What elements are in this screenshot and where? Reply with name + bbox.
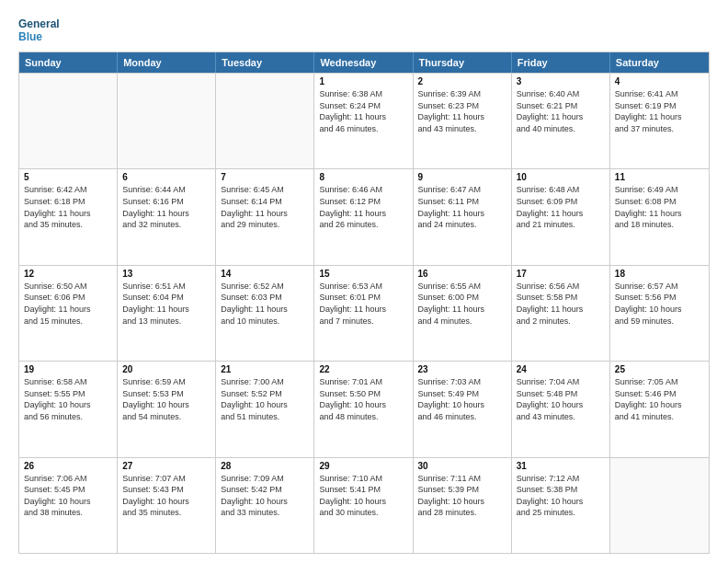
- day-number: 25: [615, 364, 704, 374]
- day-info: Sunrise: 7:00 AM Sunset: 5:52 PM Dayligh…: [221, 376, 309, 422]
- day-number: 20: [122, 364, 210, 374]
- calendar-cell: 3Sunrise: 6:40 AM Sunset: 6:21 PM Daylig…: [512, 74, 610, 168]
- calendar-cell: 28Sunrise: 7:09 AM Sunset: 5:42 PM Dayli…: [216, 458, 314, 553]
- day-info: Sunrise: 6:41 AM Sunset: 6:19 PM Dayligh…: [615, 88, 704, 134]
- day-number: 24: [517, 364, 605, 374]
- calendar-cell: 14Sunrise: 6:52 AM Sunset: 6:03 PM Dayli…: [216, 266, 314, 361]
- calendar-cell: 10Sunrise: 6:48 AM Sunset: 6:09 PM Dayli…: [512, 169, 610, 264]
- calendar-cell: [19, 74, 118, 168]
- day-info: Sunrise: 6:53 AM Sunset: 6:01 PM Dayligh…: [319, 281, 407, 327]
- calendar-cell: 27Sunrise: 7:07 AM Sunset: 5:43 PM Dayli…: [118, 458, 216, 553]
- day-number: 6: [122, 172, 210, 182]
- day-info: Sunrise: 6:46 AM Sunset: 6:12 PM Dayligh…: [319, 184, 407, 230]
- day-info: Sunrise: 6:56 AM Sunset: 5:58 PM Dayligh…: [517, 281, 605, 327]
- day-number: 4: [615, 76, 704, 86]
- calendar-cell: 16Sunrise: 6:55 AM Sunset: 6:00 PM Dayli…: [414, 266, 512, 361]
- day-info: Sunrise: 6:57 AM Sunset: 5:56 PM Dayligh…: [615, 281, 704, 327]
- day-info: Sunrise: 6:45 AM Sunset: 6:14 PM Dayligh…: [221, 184, 309, 230]
- calendar: SundayMondayTuesdayWednesdayThursdayFrid…: [18, 52, 710, 554]
- day-number: 16: [418, 269, 506, 279]
- day-info: Sunrise: 6:51 AM Sunset: 6:04 PM Dayligh…: [122, 281, 210, 327]
- calendar-cell: 17Sunrise: 6:56 AM Sunset: 5:58 PM Dayli…: [512, 266, 610, 361]
- calendar-cell: 25Sunrise: 7:05 AM Sunset: 5:46 PM Dayli…: [610, 362, 709, 456]
- day-info: Sunrise: 7:10 AM Sunset: 5:41 PM Dayligh…: [319, 473, 407, 519]
- logo: GeneralBlue: [18, 15, 66, 44]
- calendar-cell: 21Sunrise: 7:00 AM Sunset: 5:52 PM Dayli…: [216, 362, 314, 456]
- day-number: 15: [319, 269, 407, 279]
- day-number: 21: [221, 364, 309, 374]
- day-info: Sunrise: 7:11 AM Sunset: 5:39 PM Dayligh…: [418, 473, 506, 519]
- day-number: 18: [615, 269, 704, 279]
- calendar-cell: 2Sunrise: 6:39 AM Sunset: 6:23 PM Daylig…: [414, 74, 512, 168]
- calendar-cell: 23Sunrise: 7:03 AM Sunset: 5:49 PM Dayli…: [414, 362, 512, 456]
- day-info: Sunrise: 6:58 AM Sunset: 5:55 PM Dayligh…: [24, 376, 112, 422]
- day-number: 5: [24, 172, 112, 182]
- day-number: 11: [615, 172, 704, 182]
- day-number: 28: [221, 461, 309, 471]
- day-number: 14: [221, 269, 309, 279]
- header: GeneralBlue: [18, 15, 710, 44]
- day-number: 22: [319, 364, 407, 374]
- day-info: Sunrise: 7:12 AM Sunset: 5:38 PM Dayligh…: [517, 473, 605, 519]
- day-info: Sunrise: 7:09 AM Sunset: 5:42 PM Dayligh…: [221, 473, 309, 519]
- cal-header-cell: Sunday: [19, 52, 118, 73]
- day-number: 19: [24, 364, 112, 374]
- calendar-cell: 6Sunrise: 6:44 AM Sunset: 6:16 PM Daylig…: [118, 169, 216, 264]
- day-info: Sunrise: 6:40 AM Sunset: 6:21 PM Dayligh…: [517, 88, 605, 134]
- day-number: 3: [517, 76, 605, 86]
- calendar-cell: 22Sunrise: 7:01 AM Sunset: 5:50 PM Dayli…: [314, 362, 413, 456]
- calendar-cell: 8Sunrise: 6:46 AM Sunset: 6:12 PM Daylig…: [314, 169, 413, 264]
- day-number: 29: [319, 461, 407, 471]
- calendar-cell: 29Sunrise: 7:10 AM Sunset: 5:41 PM Dayli…: [314, 458, 413, 553]
- day-number: 31: [517, 461, 605, 471]
- cal-header-cell: Monday: [118, 52, 216, 73]
- calendar-cell: 24Sunrise: 7:04 AM Sunset: 5:48 PM Dayli…: [512, 362, 610, 456]
- day-info: Sunrise: 6:47 AM Sunset: 6:11 PM Dayligh…: [418, 184, 506, 230]
- day-number: 30: [418, 461, 506, 471]
- svg-text:General: General: [18, 17, 60, 30]
- day-info: Sunrise: 6:50 AM Sunset: 6:06 PM Dayligh…: [24, 281, 112, 327]
- calendar-header: SundayMondayTuesdayWednesdayThursdayFrid…: [19, 52, 709, 73]
- cal-header-cell: Tuesday: [216, 52, 314, 73]
- day-number: 10: [517, 172, 605, 182]
- page: GeneralBlue SundayMondayTuesdayWednesday…: [0, 0, 728, 563]
- day-number: 27: [122, 461, 210, 471]
- day-number: 1: [319, 76, 407, 86]
- calendar-cell: 20Sunrise: 6:59 AM Sunset: 5:53 PM Dayli…: [118, 362, 216, 456]
- day-info: Sunrise: 7:06 AM Sunset: 5:45 PM Dayligh…: [24, 473, 112, 519]
- logo-svg: GeneralBlue: [18, 15, 66, 44]
- day-info: Sunrise: 6:42 AM Sunset: 6:18 PM Dayligh…: [24, 184, 112, 230]
- day-number: 17: [517, 269, 605, 279]
- calendar-body: 1Sunrise: 6:38 AM Sunset: 6:24 PM Daylig…: [19, 73, 709, 553]
- calendar-cell: 26Sunrise: 7:06 AM Sunset: 5:45 PM Dayli…: [19, 458, 118, 553]
- day-info: Sunrise: 6:44 AM Sunset: 6:16 PM Dayligh…: [122, 184, 210, 230]
- day-number: 12: [24, 269, 112, 279]
- cal-header-cell: Wednesday: [314, 52, 413, 73]
- calendar-cell: 15Sunrise: 6:53 AM Sunset: 6:01 PM Dayli…: [314, 266, 413, 361]
- calendar-cell: 13Sunrise: 6:51 AM Sunset: 6:04 PM Dayli…: [118, 266, 216, 361]
- day-info: Sunrise: 6:48 AM Sunset: 6:09 PM Dayligh…: [517, 184, 605, 230]
- calendar-row: 5Sunrise: 6:42 AM Sunset: 6:18 PM Daylig…: [19, 168, 709, 264]
- day-info: Sunrise: 7:03 AM Sunset: 5:49 PM Dayligh…: [418, 376, 506, 422]
- day-info: Sunrise: 6:49 AM Sunset: 6:08 PM Dayligh…: [615, 184, 704, 230]
- day-info: Sunrise: 6:38 AM Sunset: 6:24 PM Dayligh…: [319, 88, 407, 134]
- svg-text:Blue: Blue: [18, 30, 42, 43]
- calendar-row: 19Sunrise: 6:58 AM Sunset: 5:55 PM Dayli…: [19, 361, 709, 456]
- calendar-cell: 7Sunrise: 6:45 AM Sunset: 6:14 PM Daylig…: [216, 169, 314, 264]
- day-number: 7: [221, 172, 309, 182]
- day-info: Sunrise: 7:05 AM Sunset: 5:46 PM Dayligh…: [615, 376, 704, 422]
- calendar-cell: 4Sunrise: 6:41 AM Sunset: 6:19 PM Daylig…: [610, 74, 709, 168]
- day-info: Sunrise: 7:01 AM Sunset: 5:50 PM Dayligh…: [319, 376, 407, 422]
- day-info: Sunrise: 6:39 AM Sunset: 6:23 PM Dayligh…: [418, 88, 506, 134]
- calendar-cell: 1Sunrise: 6:38 AM Sunset: 6:24 PM Daylig…: [314, 74, 413, 168]
- calendar-cell: 19Sunrise: 6:58 AM Sunset: 5:55 PM Dayli…: [19, 362, 118, 456]
- calendar-cell: [118, 74, 216, 168]
- calendar-cell: 12Sunrise: 6:50 AM Sunset: 6:06 PM Dayli…: [19, 266, 118, 361]
- day-info: Sunrise: 6:59 AM Sunset: 5:53 PM Dayligh…: [122, 376, 210, 422]
- day-info: Sunrise: 6:52 AM Sunset: 6:03 PM Dayligh…: [221, 281, 309, 327]
- calendar-cell: 31Sunrise: 7:12 AM Sunset: 5:38 PM Dayli…: [512, 458, 610, 553]
- calendar-cell: 5Sunrise: 6:42 AM Sunset: 6:18 PM Daylig…: [19, 169, 118, 264]
- day-info: Sunrise: 7:04 AM Sunset: 5:48 PM Dayligh…: [517, 376, 605, 422]
- day-number: 23: [418, 364, 506, 374]
- calendar-cell: 30Sunrise: 7:11 AM Sunset: 5:39 PM Dayli…: [414, 458, 512, 553]
